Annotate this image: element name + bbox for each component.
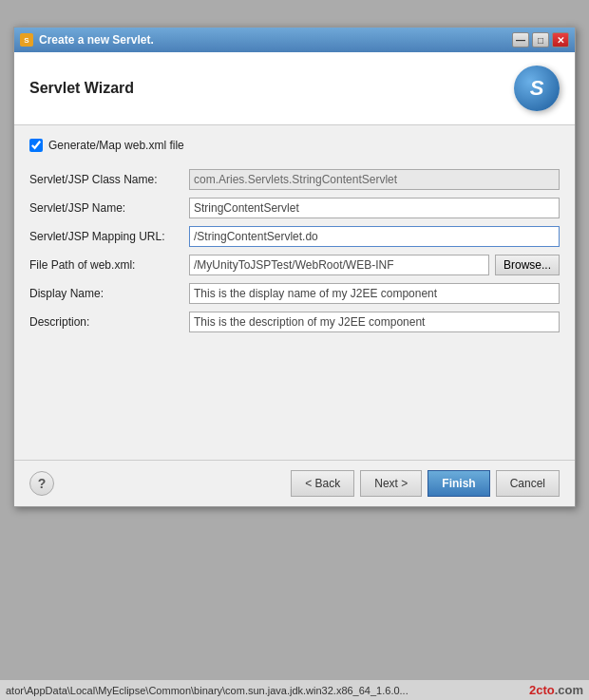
help-button[interactable]: ? bbox=[29, 471, 54, 496]
browse-button[interactable]: Browse... bbox=[495, 255, 560, 275]
footer-left: ? bbox=[29, 471, 54, 496]
field-label-0: Servlet/JSP Class Name: bbox=[29, 173, 181, 186]
jsp-name-input[interactable] bbox=[189, 198, 560, 218]
field-label-1: Servlet/JSP Name: bbox=[29, 201, 181, 215]
checkbox-row: Generate/Map web.xml file bbox=[29, 139, 560, 152]
wizard-form: Generate/Map web.xml file Servlet/JSP Cl… bbox=[14, 125, 575, 460]
display-name-input[interactable] bbox=[189, 283, 560, 304]
class-name-input[interactable] bbox=[189, 169, 560, 190]
titlebar-left: S Create a new Servlet. bbox=[20, 33, 154, 47]
generate-map-checkbox[interactable] bbox=[29, 139, 43, 152]
form-grid: Servlet/JSP Class Name: Servlet/JSP Name… bbox=[29, 169, 560, 332]
checkbox-label: Generate/Map web.xml file bbox=[48, 139, 184, 152]
dialog-title: Create a new Servlet. bbox=[39, 33, 154, 47]
servlet-logo: S bbox=[514, 66, 560, 111]
servlet-wizard-dialog: S Create a new Servlet. — □ ✕ Servlet Wi… bbox=[13, 27, 576, 507]
field-label-5: Description: bbox=[29, 315, 181, 329]
dialog-titlebar: S Create a new Servlet. — □ ✕ bbox=[14, 28, 575, 52]
field-row-5 bbox=[189, 312, 560, 332]
field-row-4 bbox=[189, 283, 560, 304]
wizard-header: Servlet Wizard S bbox=[14, 52, 575, 125]
maximize-button[interactable]: □ bbox=[532, 32, 549, 47]
minimize-button[interactable]: — bbox=[512, 32, 529, 47]
wizard-title: Servlet Wizard bbox=[29, 80, 134, 97]
mapping-url-input[interactable] bbox=[189, 226, 560, 247]
back-button[interactable]: < Back bbox=[291, 470, 354, 497]
close-button[interactable]: ✕ bbox=[552, 32, 569, 47]
field-row-3: Browse... bbox=[189, 255, 560, 275]
titlebar-controls: — □ ✕ bbox=[512, 32, 569, 47]
form-spacer bbox=[29, 332, 560, 446]
dialog-content: Servlet Wizard S Generate/Map web.xml fi… bbox=[14, 52, 575, 506]
field-row-1 bbox=[189, 198, 560, 218]
status-bar: ator\AppData\Local\MyEclipse\Common\bina… bbox=[0, 679, 589, 700]
field-label-3: File Path of web.xml: bbox=[29, 258, 181, 272]
field-label-4: Display Name: bbox=[29, 287, 181, 300]
cancel-button[interactable]: Cancel bbox=[496, 470, 560, 497]
description-input[interactable] bbox=[189, 312, 560, 332]
field-label-2: Servlet/JSP Mapping URL: bbox=[29, 230, 181, 243]
dialog-title-icon: S bbox=[20, 33, 33, 47]
field-row-0 bbox=[189, 169, 560, 190]
status-text: ator\AppData\Local\MyEclipse\Common\bina… bbox=[6, 685, 522, 696]
next-button[interactable]: Next > bbox=[360, 470, 422, 497]
footer-buttons: < Back Next > Finish Cancel bbox=[291, 470, 560, 497]
field-row-2 bbox=[189, 226, 560, 247]
dialog-footer: ? < Back Next > Finish Cancel bbox=[14, 460, 575, 506]
status-logo: 2cto.com bbox=[529, 683, 583, 697]
finish-button[interactable]: Finish bbox=[428, 470, 489, 497]
file-path-input[interactable] bbox=[189, 255, 489, 275]
